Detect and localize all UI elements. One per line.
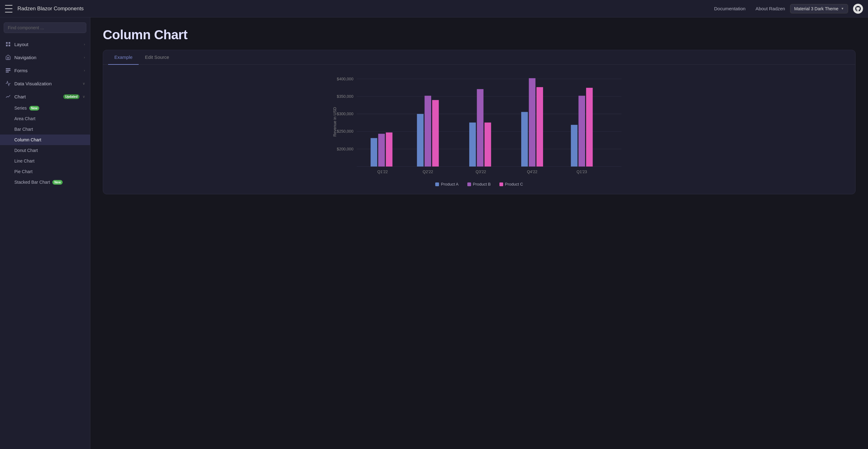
app-layout: Layout › Navigation › — [0, 18, 868, 449]
nav-icon — [5, 54, 11, 60]
svg-rect-3 — [9, 45, 10, 46]
svg-rect-0 — [6, 42, 7, 43]
svg-rect-5 — [6, 70, 10, 71]
sidebar-item-line-chart[interactable]: Line Chart — [0, 156, 90, 166]
chevron-down-icon: ∨ — [83, 95, 85, 99]
bar-q3-b — [477, 89, 484, 167]
legend-color-c — [499, 183, 503, 186]
legend-item-a: Product A — [435, 182, 458, 187]
stacked-bar-new-badge: New — [52, 180, 63, 185]
legend-label-a: Product A — [441, 182, 458, 187]
x-label-q3-22: Q3'22 — [476, 169, 486, 174]
main-content: Column Chart Example Edit Source — [90, 18, 868, 449]
series-new-badge: New — [29, 106, 39, 110]
bar-q1-23-c — [586, 88, 593, 167]
sidebar-item-donut-chart[interactable]: Donut Chart — [0, 145, 90, 156]
x-label-q1-23: Q1'23 — [577, 169, 587, 174]
series-label: Series — [14, 105, 27, 110]
nav-group-navigation-header[interactable]: Navigation › — [0, 51, 90, 64]
sidebar-item-pie-chart[interactable]: Pie Chart — [0, 166, 90, 177]
svg-text:$350,000: $350,000 — [337, 94, 353, 99]
top-nav: Radzen Blazor Components Documentation A… — [0, 0, 868, 18]
brand-name: Radzen Blazor Components — [18, 6, 709, 12]
nav-group-data-viz-label: Data Visualization — [14, 81, 80, 86]
sidebar-item-stacked-bar-chart[interactable]: Stacked Bar Chart New — [0, 177, 90, 187]
sidebar: Layout › Navigation › — [0, 18, 90, 449]
bar-q4-a — [521, 112, 528, 167]
legend-item-b: Product B — [467, 182, 491, 187]
bar-q2-c — [432, 100, 439, 167]
column-chart-label: Column Chart — [14, 137, 41, 142]
sidebar-item-bar-chart[interactable]: Bar Chart — [0, 124, 90, 134]
bar-q1-a — [371, 138, 377, 166]
sidebar-item-series[interactable]: Series New — [0, 103, 90, 113]
nav-group-chart: Chart Updated ∨ Series New Area Chart Ba… — [0, 90, 90, 187]
bar-q1-b — [378, 134, 385, 167]
hamburger-button[interactable] — [5, 5, 12, 12]
svg-rect-1 — [9, 42, 10, 43]
svg-text:$200,000: $200,000 — [337, 147, 353, 151]
theme-selector[interactable]: Material 3 Dark Theme ▼ — [790, 4, 848, 13]
nav-group-forms-label: Forms — [14, 68, 81, 73]
nav-group-forms-header[interactable]: Forms › — [0, 64, 90, 76]
bar-q2-a — [417, 114, 424, 167]
chart-container: $400,000 $350,000 $300,000 $250,000 $200… — [108, 72, 850, 178]
bar-q4-b — [529, 78, 535, 167]
nav-group-navigation: Navigation › — [0, 51, 90, 64]
chevron-down-icon: ▼ — [841, 7, 844, 10]
bar-chart-label: Bar Chart — [14, 127, 33, 132]
github-icon[interactable] — [853, 4, 863, 14]
x-label-q2-22: Q2'22 — [423, 169, 433, 174]
page-title: Column Chart — [103, 27, 856, 42]
nav-group-navigation-label: Navigation — [14, 55, 81, 60]
x-label-q4-22: Q4'22 — [527, 169, 537, 174]
grid-icon — [5, 41, 11, 47]
nav-links: Documentation About Radzen — [714, 6, 785, 11]
chevron-icon: › — [84, 56, 85, 59]
nav-group-chart-header[interactable]: Chart Updated ∨ — [0, 90, 90, 103]
nav-group-chart-label: Chart — [14, 94, 60, 99]
svg-rect-6 — [6, 72, 9, 72]
documentation-link[interactable]: Documentation — [714, 6, 746, 11]
donut-chart-label: Donut Chart — [14, 148, 38, 153]
tab-edit-source[interactable]: Edit Source — [138, 50, 176, 65]
legend-label-b: Product B — [473, 182, 491, 187]
chart-updated-badge: Updated — [63, 94, 80, 99]
sidebar-item-column-chart[interactable]: Column Chart — [0, 134, 90, 145]
bar-q1-23-b — [579, 96, 585, 166]
svg-text:$400,000: $400,000 — [337, 76, 353, 81]
line-chart-icon — [5, 93, 11, 100]
bar-q1-c — [386, 132, 392, 166]
about-link[interactable]: About Radzen — [755, 6, 785, 11]
nav-group-layout: Layout › — [0, 38, 90, 51]
chevron-down-icon: ∨ — [83, 82, 85, 86]
chart-sub-items: Series New Area Chart Bar Chart Column C… — [0, 103, 90, 187]
nav-group-layout-header[interactable]: Layout › — [0, 38, 90, 51]
data-viz-icon — [5, 80, 11, 87]
nav-group-layout-label: Layout — [14, 42, 81, 47]
area-chart-label: Area Chart — [14, 116, 35, 121]
svg-rect-4 — [6, 68, 10, 69]
legend-color-a — [435, 183, 439, 186]
svg-text:$300,000: $300,000 — [337, 111, 353, 116]
pie-chart-label: Pie Chart — [14, 169, 32, 174]
svg-rect-2 — [6, 45, 7, 46]
legend-item-c: Product C — [499, 182, 523, 187]
svg-text:$250,000: $250,000 — [337, 129, 353, 134]
nav-group-forms: Forms › — [0, 64, 90, 76]
bar-q3-a — [469, 123, 476, 167]
chevron-icon: › — [84, 42, 85, 46]
chart-area: $400,000 $350,000 $300,000 $250,000 $200… — [103, 65, 855, 194]
nav-group-data-viz-header[interactable]: Data Visualization ∨ — [0, 77, 90, 90]
sidebar-item-area-chart[interactable]: Area Chart — [0, 113, 90, 124]
bar-q2-b — [425, 96, 431, 166]
search-input[interactable] — [4, 23, 86, 33]
bar-q1-23-a — [571, 125, 577, 167]
legend-color-b — [467, 183, 471, 186]
nav-group-data-viz: Data Visualization ∨ — [0, 77, 90, 90]
tab-example[interactable]: Example — [108, 50, 138, 65]
bar-q3-c — [485, 123, 491, 167]
chart-card: Example Edit Source — [103, 50, 856, 194]
chevron-icon: › — [84, 68, 85, 72]
bar-q4-c — [536, 87, 543, 167]
